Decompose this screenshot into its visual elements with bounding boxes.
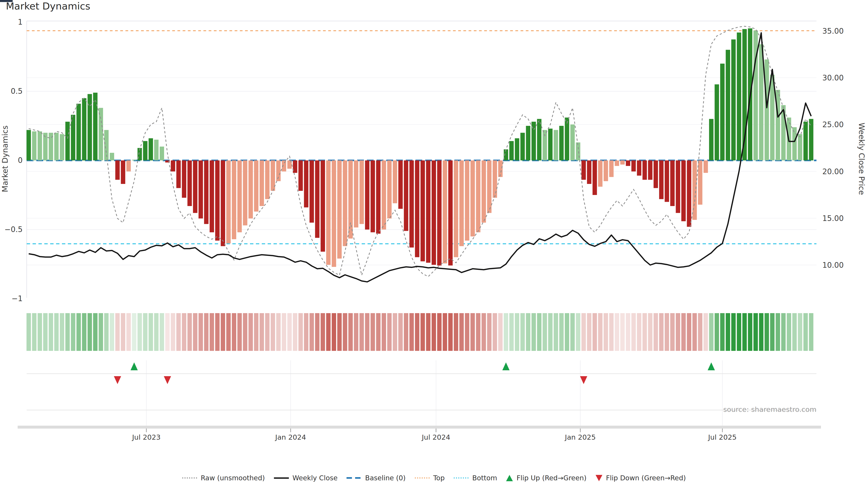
heatmap-cell xyxy=(459,313,464,351)
flip-down-marker xyxy=(580,376,587,384)
oscillator-bar xyxy=(237,160,242,232)
x-axis-tick-label: Jul 2024 xyxy=(421,433,450,441)
heatmap-cell xyxy=(504,313,508,351)
oscillator-bar xyxy=(365,160,370,230)
oscillator-bar xyxy=(681,160,686,221)
heatmap-cell xyxy=(592,313,597,351)
heatmap-cell xyxy=(293,313,298,351)
oscillator-bar xyxy=(154,140,159,160)
heatmap-cell xyxy=(704,313,708,351)
legend-swatch-dashed-line xyxy=(346,477,362,479)
oscillator-bar xyxy=(354,160,359,228)
heatmap-cell xyxy=(554,313,558,351)
flip-down-marker xyxy=(164,376,171,384)
heatmap-cell xyxy=(137,313,142,351)
heatmap-cell xyxy=(354,313,359,351)
oscillator-bar xyxy=(398,160,403,209)
legend-item: Weekly Close xyxy=(274,474,338,482)
oscillator-bar xyxy=(437,160,442,265)
heatmap-cell xyxy=(26,313,31,351)
heatmap-cell xyxy=(370,313,375,351)
heatmap-cell xyxy=(509,313,514,351)
right-axis-tick-label: 20.00 xyxy=(822,167,844,176)
heatmap-cell xyxy=(65,313,70,351)
oscillator-bar xyxy=(149,138,153,160)
legend-swatch-dotted-line xyxy=(415,477,430,479)
heatmap-cell xyxy=(110,313,114,351)
heatmap-cell xyxy=(226,313,231,351)
oscillator-bar xyxy=(520,133,525,160)
heatmap-cell xyxy=(776,313,780,351)
x-axis-tick-label: Jan 2024 xyxy=(275,433,306,441)
heatmap-cell xyxy=(343,313,347,351)
oscillator-bar xyxy=(393,160,397,203)
heatmap-cell xyxy=(187,313,192,351)
legend-label: Flip Down (Green→Red) xyxy=(606,474,686,482)
heatmap-cell xyxy=(742,313,747,351)
heatmap-cell xyxy=(498,313,503,351)
legend-item: Top xyxy=(415,474,445,482)
legend-label: Top xyxy=(433,474,445,482)
heatmap-cell xyxy=(54,313,59,351)
oscillator-bar xyxy=(226,160,231,243)
heatmap-cell xyxy=(232,313,237,351)
oscillator-bar xyxy=(476,160,480,232)
oscillator-bar xyxy=(631,160,636,171)
left-axis-tick-label: 0 xyxy=(18,156,23,165)
heatmap-cell xyxy=(687,313,691,351)
heatmap-cell xyxy=(237,313,242,351)
oscillator-bar xyxy=(637,160,642,175)
heatmap-cell xyxy=(726,313,730,351)
heatmap-cell xyxy=(432,313,436,351)
heatmap-cell xyxy=(315,313,320,351)
oscillator-bar xyxy=(443,160,447,263)
right-axis-tick-label: 15.00 xyxy=(822,214,844,223)
heatmap-cell xyxy=(287,313,292,351)
oscillator-bar xyxy=(459,160,464,246)
oscillator-bar xyxy=(570,125,575,160)
oscillator-bar xyxy=(559,126,564,160)
heatmap-cell xyxy=(559,313,564,351)
heatmap-cell xyxy=(126,313,131,351)
heatmap-cell xyxy=(282,313,286,351)
oscillator-bar xyxy=(187,160,192,206)
oscillator-bar xyxy=(265,160,270,199)
heatmap-cell xyxy=(798,313,802,351)
legend-swatch-dotted-line xyxy=(454,477,469,479)
oscillator-bar xyxy=(715,84,719,160)
oscillator-bar xyxy=(326,160,331,265)
flip-up-icon xyxy=(506,475,513,481)
heatmap-cell xyxy=(465,313,469,351)
heatmap-cell xyxy=(365,313,370,351)
oscillator-bar xyxy=(737,33,741,160)
oscillator-bar xyxy=(482,160,486,223)
oscillator-bar xyxy=(581,160,586,180)
heatmap-cell xyxy=(165,313,170,351)
heatmap-cell xyxy=(404,313,408,351)
right-axis-tick-label: 35.00 xyxy=(822,27,844,35)
legend-label: Bottom xyxy=(472,474,497,482)
heatmap-cell xyxy=(60,313,64,351)
heatmap-cell xyxy=(210,313,214,351)
legend-item: Baseline (0) xyxy=(346,474,405,482)
heatmap-cell xyxy=(88,313,92,351)
oscillator-bar xyxy=(121,160,125,184)
oscillator-bar xyxy=(509,141,514,160)
heatmap-cell xyxy=(215,313,220,351)
heatmap-cell xyxy=(770,313,775,351)
heatmap-cell xyxy=(248,313,253,351)
oscillator-bar xyxy=(60,134,64,160)
oscillator-bar xyxy=(98,108,103,160)
heatmap-cell xyxy=(104,313,109,351)
oscillator-bar xyxy=(426,160,431,263)
heatmap-cell xyxy=(259,313,264,351)
oscillator-bar xyxy=(421,160,425,261)
oscillator-bar xyxy=(659,160,664,199)
oscillator-bar xyxy=(665,160,669,202)
heatmap-cell xyxy=(526,313,530,351)
oscillator-bar xyxy=(454,160,458,257)
oscillator-bar xyxy=(676,160,680,213)
market-dynamics-dashboard: Market Dynamics Market Dynamics Weekly C… xyxy=(0,0,868,488)
heatmap-cell xyxy=(49,313,53,351)
heatmap-cell xyxy=(598,313,602,351)
